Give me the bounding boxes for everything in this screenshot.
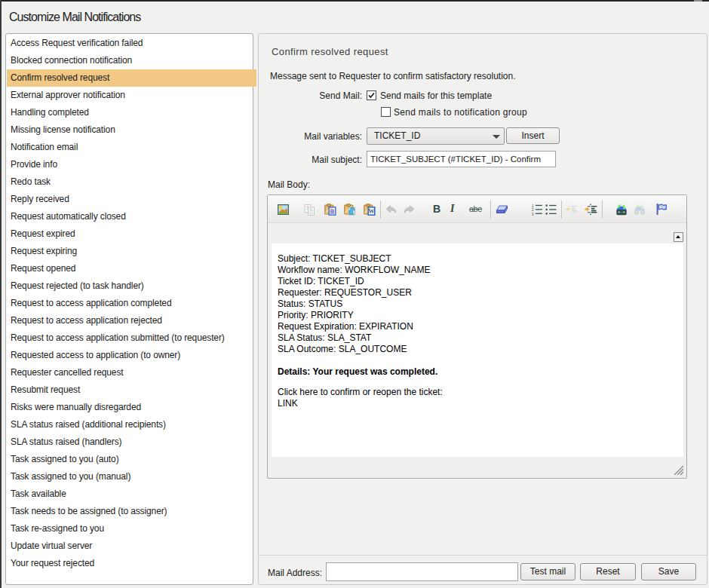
svg-text:W: W xyxy=(368,207,375,215)
svg-text:3: 3 xyxy=(532,212,534,216)
